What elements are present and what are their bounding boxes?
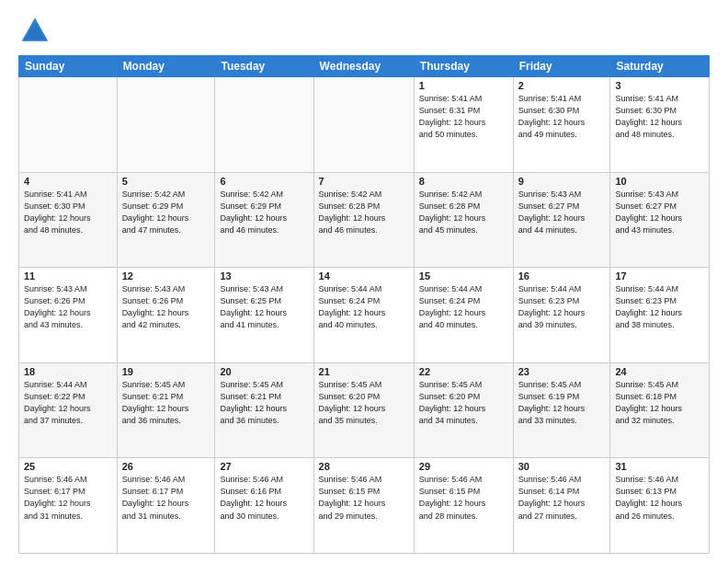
header-sunday: Sunday <box>19 56 118 77</box>
day-number: 19 <box>122 366 210 377</box>
day-number: 2 <box>518 80 606 91</box>
day-cell <box>215 77 313 173</box>
day-cell: 18Sunrise: 5:44 AM Sunset: 6:22 PM Dayli… <box>19 362 118 458</box>
day-info: Sunrise: 5:45 AM Sunset: 6:19 PM Dayligh… <box>518 379 606 427</box>
day-info: Sunrise: 5:45 AM Sunset: 6:21 PM Dayligh… <box>220 379 308 427</box>
day-cell: 9Sunrise: 5:43 AM Sunset: 6:27 PM Daylig… <box>513 172 610 268</box>
day-number: 15 <box>419 270 508 282</box>
day-cell: 20Sunrise: 5:45 AM Sunset: 6:21 PM Dayli… <box>215 362 313 458</box>
day-info: Sunrise: 5:43 AM Sunset: 6:27 PM Dayligh… <box>518 189 606 236</box>
day-cell: 29Sunrise: 5:46 AM Sunset: 6:15 PM Dayli… <box>414 458 513 554</box>
day-number: 7 <box>319 176 409 187</box>
day-cell: 5Sunrise: 5:42 AM Sunset: 6:29 PM Daylig… <box>117 172 215 268</box>
day-info: Sunrise: 5:44 AM Sunset: 6:23 PM Dayligh… <box>615 283 704 331</box>
day-info: Sunrise: 5:46 AM Sunset: 6:17 PM Dayligh… <box>24 474 112 522</box>
day-cell: 4Sunrise: 5:41 AM Sunset: 6:30 PM Daylig… <box>19 172 118 268</box>
logo-icon <box>18 15 51 48</box>
week-row-1: 4Sunrise: 5:41 AM Sunset: 6:30 PM Daylig… <box>19 172 710 268</box>
day-info: Sunrise: 5:44 AM Sunset: 6:23 PM Dayligh… <box>518 283 606 331</box>
week-row-4: 25Sunrise: 5:46 AM Sunset: 6:17 PM Dayli… <box>19 458 710 554</box>
day-cell: 26Sunrise: 5:46 AM Sunset: 6:17 PM Dayli… <box>117 458 215 554</box>
day-cell: 23Sunrise: 5:45 AM Sunset: 6:19 PM Dayli… <box>513 362 610 458</box>
day-number: 6 <box>220 176 308 187</box>
day-number: 9 <box>518 176 606 187</box>
day-number: 18 <box>24 366 112 377</box>
day-info: Sunrise: 5:46 AM Sunset: 6:14 PM Dayligh… <box>518 474 606 522</box>
day-info: Sunrise: 5:42 AM Sunset: 6:28 PM Dayligh… <box>319 189 409 236</box>
day-cell: 28Sunrise: 5:46 AM Sunset: 6:15 PM Dayli… <box>313 458 414 554</box>
logo <box>18 15 55 48</box>
day-info: Sunrise: 5:44 AM Sunset: 6:24 PM Dayligh… <box>419 283 508 331</box>
day-number: 11 <box>24 270 112 282</box>
day-number: 13 <box>220 270 308 282</box>
day-info: Sunrise: 5:46 AM Sunset: 6:16 PM Dayligh… <box>220 474 308 522</box>
day-cell: 31Sunrise: 5:46 AM Sunset: 6:13 PM Dayli… <box>610 458 710 554</box>
day-number: 20 <box>220 366 308 377</box>
day-number: 31 <box>615 461 704 472</box>
day-number: 14 <box>319 270 409 282</box>
header-friday: Friday <box>513 56 610 77</box>
page: SundayMondayTuesdayWednesdayThursdayFrid… <box>0 0 728 563</box>
header-thursday: Thursday <box>414 56 513 77</box>
day-number: 1 <box>419 80 508 91</box>
day-cell: 27Sunrise: 5:46 AM Sunset: 6:16 PM Dayli… <box>215 458 313 554</box>
day-info: Sunrise: 5:42 AM Sunset: 6:29 PM Dayligh… <box>220 189 308 236</box>
day-info: Sunrise: 5:42 AM Sunset: 6:29 PM Dayligh… <box>122 189 210 236</box>
day-cell: 24Sunrise: 5:45 AM Sunset: 6:18 PM Dayli… <box>610 362 710 458</box>
header-monday: Monday <box>117 56 215 77</box>
day-cell: 12Sunrise: 5:43 AM Sunset: 6:26 PM Dayli… <box>117 268 215 363</box>
day-info: Sunrise: 5:46 AM Sunset: 6:15 PM Dayligh… <box>319 474 409 522</box>
day-number: 10 <box>615 176 704 187</box>
day-number: 5 <box>122 176 210 187</box>
day-cell: 2Sunrise: 5:41 AM Sunset: 6:30 PM Daylig… <box>513 77 610 173</box>
week-row-2: 11Sunrise: 5:43 AM Sunset: 6:26 PM Dayli… <box>19 268 710 363</box>
day-cell: 30Sunrise: 5:46 AM Sunset: 6:14 PM Dayli… <box>513 458 610 554</box>
day-number: 28 <box>319 461 409 472</box>
day-number: 27 <box>220 461 308 472</box>
day-number: 17 <box>615 270 704 282</box>
day-info: Sunrise: 5:46 AM Sunset: 6:15 PM Dayligh… <box>419 474 508 522</box>
day-number: 16 <box>518 270 606 282</box>
day-cell: 17Sunrise: 5:44 AM Sunset: 6:23 PM Dayli… <box>610 268 710 363</box>
day-cell: 7Sunrise: 5:42 AM Sunset: 6:28 PM Daylig… <box>313 172 414 268</box>
day-cell <box>117 77 215 173</box>
day-cell: 19Sunrise: 5:45 AM Sunset: 6:21 PM Dayli… <box>117 362 215 458</box>
day-cell: 10Sunrise: 5:43 AM Sunset: 6:27 PM Dayli… <box>610 172 710 268</box>
day-number: 26 <box>122 461 210 472</box>
week-row-0: 1Sunrise: 5:41 AM Sunset: 6:31 PM Daylig… <box>19 77 710 173</box>
day-info: Sunrise: 5:43 AM Sunset: 6:26 PM Dayligh… <box>122 283 210 331</box>
day-info: Sunrise: 5:45 AM Sunset: 6:21 PM Dayligh… <box>122 379 210 427</box>
day-info: Sunrise: 5:43 AM Sunset: 6:25 PM Dayligh… <box>220 283 308 331</box>
day-cell <box>19 77 118 173</box>
day-cell: 25Sunrise: 5:46 AM Sunset: 6:17 PM Dayli… <box>19 458 118 554</box>
day-info: Sunrise: 5:44 AM Sunset: 6:24 PM Dayligh… <box>319 283 409 331</box>
day-info: Sunrise: 5:42 AM Sunset: 6:28 PM Dayligh… <box>419 189 508 236</box>
calendar-table: SundayMondayTuesdayWednesdayThursdayFrid… <box>18 55 710 554</box>
day-cell: 13Sunrise: 5:43 AM Sunset: 6:25 PM Dayli… <box>215 268 313 363</box>
day-cell: 1Sunrise: 5:41 AM Sunset: 6:31 PM Daylig… <box>414 77 513 173</box>
day-info: Sunrise: 5:45 AM Sunset: 6:18 PM Dayligh… <box>615 379 704 427</box>
day-number: 25 <box>24 461 112 472</box>
day-cell: 15Sunrise: 5:44 AM Sunset: 6:24 PM Dayli… <box>414 268 513 363</box>
day-info: Sunrise: 5:41 AM Sunset: 6:30 PM Dayligh… <box>615 93 704 141</box>
day-info: Sunrise: 5:43 AM Sunset: 6:26 PM Dayligh… <box>24 283 112 331</box>
header-saturday: Saturday <box>610 56 710 77</box>
day-info: Sunrise: 5:46 AM Sunset: 6:13 PM Dayligh… <box>615 474 704 522</box>
day-cell: 3Sunrise: 5:41 AM Sunset: 6:30 PM Daylig… <box>610 77 710 173</box>
header-row: SundayMondayTuesdayWednesdayThursdayFrid… <box>19 56 710 77</box>
day-number: 8 <box>419 176 508 187</box>
day-number: 23 <box>518 366 606 377</box>
day-cell: 21Sunrise: 5:45 AM Sunset: 6:20 PM Dayli… <box>313 362 414 458</box>
header-wednesday: Wednesday <box>313 56 414 77</box>
day-info: Sunrise: 5:44 AM Sunset: 6:22 PM Dayligh… <box>24 379 112 427</box>
day-cell: 8Sunrise: 5:42 AM Sunset: 6:28 PM Daylig… <box>414 172 513 268</box>
day-info: Sunrise: 5:45 AM Sunset: 6:20 PM Dayligh… <box>319 379 409 427</box>
day-number: 30 <box>518 461 606 472</box>
day-info: Sunrise: 5:41 AM Sunset: 6:31 PM Dayligh… <box>419 93 508 141</box>
day-cell <box>313 77 414 173</box>
day-number: 24 <box>615 366 704 377</box>
day-cell: 6Sunrise: 5:42 AM Sunset: 6:29 PM Daylig… <box>215 172 313 268</box>
day-cell: 14Sunrise: 5:44 AM Sunset: 6:24 PM Dayli… <box>313 268 414 363</box>
day-cell: 22Sunrise: 5:45 AM Sunset: 6:20 PM Dayli… <box>414 362 513 458</box>
day-cell: 16Sunrise: 5:44 AM Sunset: 6:23 PM Dayli… <box>513 268 610 363</box>
